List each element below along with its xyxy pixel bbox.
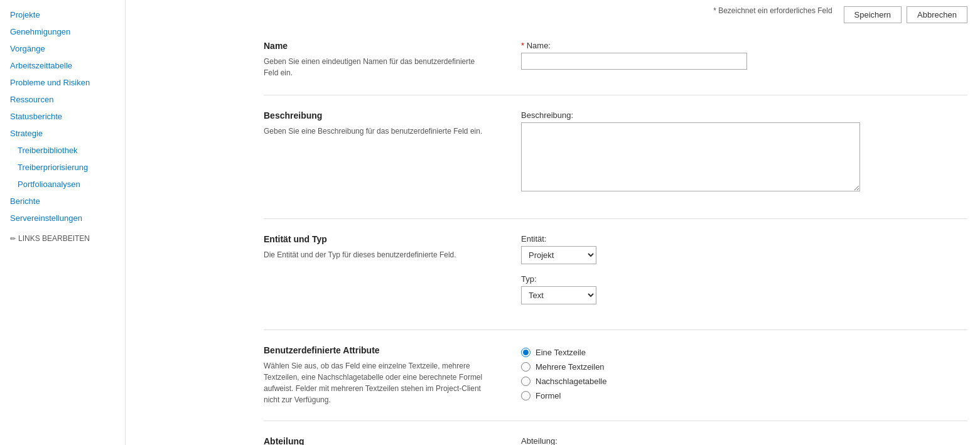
radio-multi[interactable]: Mehrere Textzeilen — [521, 362, 967, 372]
beschreibung-field-label: Beschreibung: — [521, 110, 967, 120]
top-bar: * Bezeichnet ein erforderliches Feld Spe… — [126, 0, 980, 26]
sidebar-edit-links[interactable]: ✏LINKS BEARBEITEN — [0, 229, 125, 248]
name-field-label: * Name: — [521, 41, 967, 50]
section-abteilung-desc: Abteilung Jedes benutzerdefinierte Feld … — [264, 436, 502, 445]
entitaet-field-row: Entität: Projekt Ressource Aufgabe — [521, 234, 967, 264]
typ-field-label: Typ: — [521, 274, 967, 284]
sidebar-item-vorgänge[interactable]: Vorgänge — [0, 40, 125, 57]
save-button[interactable]: Speichern — [844, 6, 902, 23]
section-attribute: Benutzerdefinierte Attribute Wählen Sie … — [264, 330, 967, 421]
radio-formula[interactable]: Formel — [521, 391, 967, 400]
beschreibung-field-row: Beschreibung: — [521, 110, 967, 193]
attribute-radio-group: Eine Textzeile Mehrere Textzeilen Nachsc… — [521, 348, 967, 400]
entitaet-field-label: Entität: — [521, 234, 967, 244]
typ-select[interactable]: Text Zahl Datum Dauer Kosten Ja/Nein — [521, 286, 596, 304]
section-attribute-heading: Benutzerdefinierte Attribute — [264, 345, 490, 355]
section-beschreibung-description: Geben Sie eine Beschreibung für das benu… — [264, 126, 490, 137]
section-entitaet-desc: Entität und Typ Die Entität und der Typ … — [264, 234, 502, 314]
radio-multi-input[interactable] — [521, 362, 530, 372]
radio-multi-label: Mehrere Textzeilen — [536, 362, 605, 372]
sidebar-item-ressourcen[interactable]: Ressourcen — [0, 91, 125, 108]
section-name-fields: * Name: — [521, 41, 967, 80]
typ-field-row: Typ: Text Zahl Datum Dauer Kosten Ja/Nei… — [521, 274, 967, 304]
radio-single-label: Eine Textzeile — [536, 348, 586, 357]
required-note: * Bezeichnet ein erforderliches Feld — [138, 6, 839, 15]
radio-single-input[interactable] — [521, 348, 530, 357]
main-content: * Bezeichnet ein erforderliches Feld Spe… — [126, 0, 980, 445]
sidebar-item-servereinstellungen[interactable]: Servereinstellungen — [0, 210, 125, 227]
sidebar-item-probleme-und-risiken[interactable]: Probleme und Risiken — [0, 74, 125, 91]
radio-single[interactable]: Eine Textzeile — [521, 348, 967, 357]
cancel-button[interactable]: Abbrechen — [907, 6, 967, 23]
section-abteilung-heading: Abteilung — [264, 436, 490, 445]
sidebar-item-statusberichte[interactable]: Statusberichte — [0, 108, 125, 125]
form-container: Name Geben Sie einen eindeutigen Namen f… — [126, 26, 980, 445]
section-attribute-description: Wählen Sie aus, ob das Feld eine einzeln… — [264, 360, 490, 405]
section-name-desc: Name Geben Sie einen eindeutigen Namen f… — [264, 41, 502, 80]
section-beschreibung-fields: Beschreibung: — [521, 110, 967, 203]
section-attribute-fields: Eine Textzeile Mehrere Textzeilen Nachsc… — [521, 345, 967, 405]
name-field-row: * Name: — [521, 41, 967, 70]
section-entitaet-description: Die Entität und der Typ für dieses benut… — [264, 249, 490, 260]
sidebar-item-strategie[interactable]: Strategie — [0, 125, 125, 142]
edit-links-label: LINKS BEARBEITEN — [18, 234, 90, 243]
name-input[interactable] — [521, 53, 747, 70]
sidebar-item-genehmigungen[interactable]: Genehmigungen — [0, 23, 125, 40]
section-entitaet-heading: Entität und Typ — [264, 234, 490, 244]
section-abteilung: Abteilung Jedes benutzerdefinierte Feld … — [264, 421, 967, 445]
section-beschreibung: Beschreibung Geben Sie eine Beschreibung… — [264, 95, 967, 219]
sidebar: ProjekteGenehmigungenVorgängeArbeitszeit… — [0, 0, 126, 445]
sidebar-item-portfolioanalysen[interactable]: Portfolioanalysen — [0, 176, 125, 193]
sidebar-item-treiberpriorisierung[interactable]: Treiberpriorisierung — [0, 159, 125, 176]
radio-formula-label: Formel — [536, 391, 561, 400]
sidebar-item-treiberbibliothek[interactable]: Treiberbibliothek — [0, 142, 125, 159]
sidebar-item-projekte[interactable]: Projekte — [0, 6, 125, 23]
sidebar-item-berichte[interactable]: Berichte — [0, 193, 125, 210]
radio-lookup-input[interactable] — [521, 377, 530, 386]
beschreibung-input[interactable] — [521, 122, 860, 191]
abteilung-field-label: Abteilung: — [521, 436, 967, 445]
abteilung-field-row: Abteilung: ... — [521, 436, 967, 445]
radio-formula-input[interactable] — [521, 391, 530, 400]
pencil-icon: ✏ — [10, 235, 16, 243]
section-name-description: Geben Sie einen eindeutigen Namen für da… — [264, 56, 490, 78]
section-name-heading: Name — [264, 41, 490, 51]
section-attribute-desc: Benutzerdefinierte Attribute Wählen Sie … — [264, 345, 502, 405]
section-entitaet-fields: Entität: Projekt Ressource Aufgabe Typ: … — [521, 234, 967, 314]
sidebar-item-arbeitszeittabelle[interactable]: Arbeitszeittabelle — [0, 57, 125, 74]
section-entitaet: Entität und Typ Die Entität und der Typ … — [264, 219, 967, 330]
section-beschreibung-desc: Beschreibung Geben Sie eine Beschreibung… — [264, 110, 502, 203]
section-abteilung-fields: Abteilung: ... — [521, 436, 967, 445]
section-beschreibung-heading: Beschreibung — [264, 110, 490, 121]
radio-lookup[interactable]: Nachschlagetabelle — [521, 377, 967, 386]
entitaet-select[interactable]: Projekt Ressource Aufgabe — [521, 246, 596, 264]
radio-lookup-label: Nachschlagetabelle — [536, 377, 606, 386]
section-name: Name Geben Sie einen eindeutigen Namen f… — [264, 26, 967, 95]
